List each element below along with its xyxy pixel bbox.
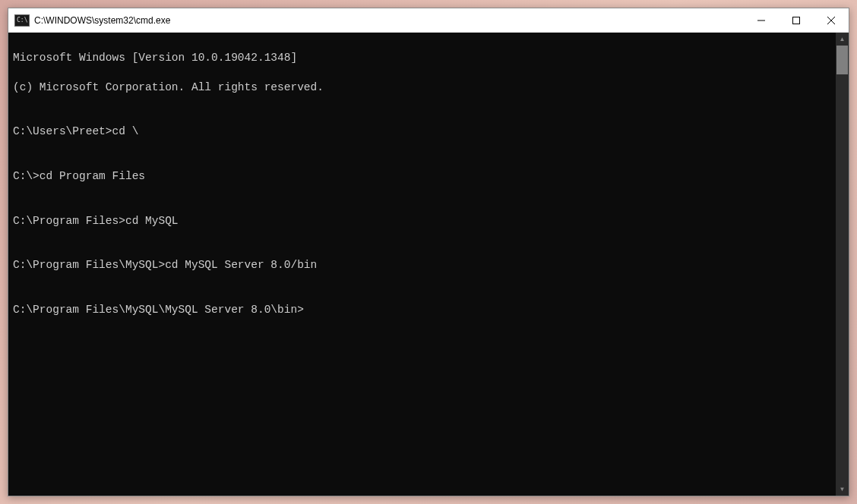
vertical-scrollbar[interactable]: ▲ ▼ <box>836 33 849 496</box>
minimize-button[interactable] <box>744 8 779 32</box>
terminal-line: C:\Users\Preet>cd \ <box>13 124 831 140</box>
terminal-line: C:\Program Files>cd MySQL <box>13 214 831 229</box>
cmd-icon-text: C:\ <box>17 17 27 24</box>
terminal-area: Microsoft Windows [Version 10.0.19042.13… <box>8 33 849 496</box>
close-button[interactable] <box>814 8 849 32</box>
scrollbar-thumb[interactable] <box>836 46 848 74</box>
terminal-line: Microsoft Windows [Version 10.0.19042.13… <box>13 51 831 66</box>
terminal-line: C:\Program Files\MySQL>cd MySQL Server 8… <box>13 258 831 273</box>
terminal-line: C:\>cd Program Files <box>13 169 831 184</box>
terminal-output[interactable]: Microsoft Windows [Version 10.0.19042.13… <box>8 33 836 496</box>
cmd-icon: C:\ <box>14 14 30 27</box>
scrollbar-down-arrow-icon[interactable]: ▼ <box>836 483 849 496</box>
titlebar[interactable]: C:\ C:\WINDOWS\system32\cmd.exe <box>8 8 849 33</box>
terminal-line: (c) Microsoft Corporation. All rights re… <box>13 80 831 96</box>
svg-rect-1 <box>793 17 800 24</box>
window-controls <box>744 8 849 32</box>
cmd-window: C:\ C:\WINDOWS\system32\cmd.exe Microsof… <box>8 8 849 496</box>
terminal-line: C:\Program Files\MySQL\MySQL Server 8.0\… <box>13 303 831 318</box>
maximize-button[interactable] <box>779 8 814 32</box>
scrollbar-up-arrow-icon[interactable]: ▲ <box>836 33 849 46</box>
window-title: C:\WINDOWS\system32\cmd.exe <box>34 15 744 26</box>
